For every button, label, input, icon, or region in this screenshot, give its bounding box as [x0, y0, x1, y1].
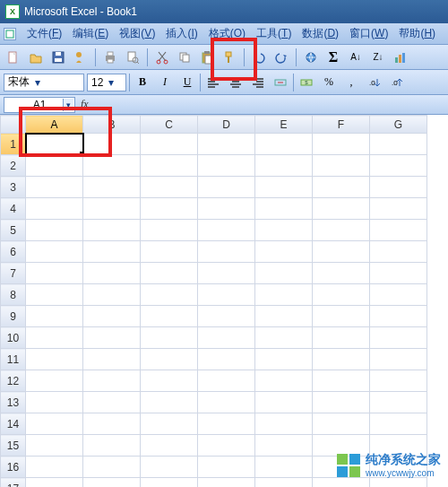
- cell[interactable]: [26, 435, 83, 457]
- chart-wizard-button[interactable]: [391, 48, 410, 67]
- cell[interactable]: [141, 241, 198, 263]
- cell[interactable]: [83, 198, 141, 220]
- cell[interactable]: [313, 306, 370, 327]
- cell[interactable]: [255, 155, 313, 177]
- menu-tools[interactable]: 工具(T): [251, 24, 297, 43]
- cell[interactable]: [255, 198, 313, 220]
- row-header[interactable]: 1: [1, 134, 26, 155]
- cell[interactable]: [141, 392, 198, 413]
- font-size-combo[interactable]: 12 ▾: [87, 74, 126, 91]
- cell[interactable]: [198, 177, 255, 198]
- hyperlink-button[interactable]: [301, 48, 321, 67]
- paste-button[interactable]: [197, 48, 217, 67]
- cell[interactable]: [198, 134, 255, 155]
- cell[interactable]: [26, 263, 83, 284]
- cell[interactable]: [255, 263, 313, 284]
- cell[interactable]: [141, 155, 198, 177]
- row-header[interactable]: 9: [1, 306, 26, 327]
- cell[interactable]: [141, 220, 198, 241]
- cell[interactable]: [83, 457, 141, 478]
- row-header[interactable]: 11: [1, 349, 26, 370]
- cell[interactable]: [313, 177, 370, 198]
- row-header[interactable]: 2: [1, 155, 26, 177]
- column-header[interactable]: E: [255, 116, 313, 134]
- cell[interactable]: [198, 198, 255, 220]
- cell[interactable]: [26, 457, 83, 478]
- cell[interactable]: [198, 478, 255, 488]
- cell[interactable]: [255, 413, 313, 435]
- cell[interactable]: [255, 284, 313, 306]
- cell[interactable]: [141, 370, 198, 392]
- cell[interactable]: [83, 284, 141, 306]
- save-button[interactable]: [48, 48, 68, 67]
- select-all-corner[interactable]: [1, 116, 26, 134]
- cell[interactable]: [26, 241, 83, 263]
- menu-file[interactable]: 文件(F): [22, 24, 67, 43]
- increase-decimal-button[interactable]: .0: [364, 73, 383, 92]
- cell[interactable]: [26, 177, 83, 198]
- cell[interactable]: [26, 370, 83, 392]
- cell[interactable]: [370, 370, 427, 392]
- row-header[interactable]: 7: [1, 263, 26, 284]
- cell[interactable]: [313, 370, 370, 392]
- cell[interactable]: [370, 306, 427, 327]
- cell[interactable]: [370, 327, 427, 349]
- cell[interactable]: [26, 306, 83, 327]
- cell[interactable]: [313, 155, 370, 177]
- cell[interactable]: [370, 284, 427, 306]
- cell[interactable]: [255, 392, 313, 413]
- cell[interactable]: [26, 392, 83, 413]
- cell[interactable]: [83, 220, 141, 241]
- cell[interactable]: [26, 155, 83, 177]
- percent-button[interactable]: %: [319, 73, 339, 92]
- row-header[interactable]: 5: [1, 220, 26, 241]
- cell[interactable]: [255, 220, 313, 241]
- column-header[interactable]: C: [141, 116, 198, 134]
- fx-icon[interactable]: fx: [81, 98, 89, 111]
- cell[interactable]: [83, 241, 141, 263]
- row-header[interactable]: 8: [1, 284, 26, 306]
- cell[interactable]: [313, 284, 370, 306]
- row-header[interactable]: 14: [1, 413, 26, 435]
- control-menu-icon[interactable]: [4, 28, 16, 40]
- cell[interactable]: [83, 349, 141, 370]
- currency-button[interactable]: $: [297, 73, 316, 92]
- row-header[interactable]: 16: [1, 457, 26, 478]
- cell[interactable]: [370, 155, 427, 177]
- cell[interactable]: [313, 413, 370, 435]
- cell[interactable]: [26, 284, 83, 306]
- cell[interactable]: [83, 327, 141, 349]
- cell[interactable]: [255, 370, 313, 392]
- italic-button[interactable]: I: [155, 73, 175, 92]
- new-button[interactable]: [4, 48, 23, 67]
- comma-button[interactable]: ,: [341, 73, 361, 92]
- cell[interactable]: [26, 478, 83, 488]
- cell[interactable]: [198, 392, 255, 413]
- decrease-decimal-button[interactable]: .0: [386, 73, 406, 92]
- cell[interactable]: [83, 370, 141, 392]
- align-right-button[interactable]: [248, 73, 268, 92]
- cell[interactable]: [370, 263, 427, 284]
- format-painter-button[interactable]: [220, 48, 239, 67]
- cell[interactable]: [83, 134, 141, 155]
- column-header[interactable]: A: [26, 116, 83, 134]
- cell[interactable]: [198, 220, 255, 241]
- cell[interactable]: [141, 134, 198, 155]
- cell[interactable]: [198, 241, 255, 263]
- cell[interactable]: [313, 263, 370, 284]
- cell[interactable]: [141, 263, 198, 284]
- cell[interactable]: [198, 155, 255, 177]
- cell[interactable]: [255, 134, 313, 155]
- cell[interactable]: [370, 478, 427, 488]
- row-header[interactable]: 15: [1, 435, 26, 457]
- cell[interactable]: [255, 241, 313, 263]
- cell[interactable]: [26, 327, 83, 349]
- cell[interactable]: [198, 306, 255, 327]
- cell[interactable]: [26, 413, 83, 435]
- cell[interactable]: [26, 220, 83, 241]
- menu-edit[interactable]: 编辑(E): [67, 24, 114, 43]
- cell[interactable]: [255, 435, 313, 457]
- cell[interactable]: [255, 349, 313, 370]
- cell[interactable]: [255, 457, 313, 478]
- cell[interactable]: [83, 177, 141, 198]
